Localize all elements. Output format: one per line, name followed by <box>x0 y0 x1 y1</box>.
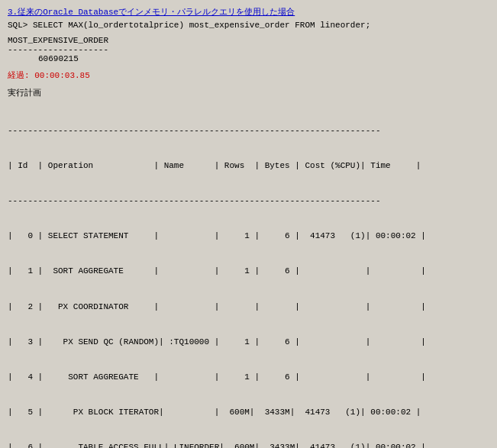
elapsed-value: 00:00:03.85 <box>34 71 90 80</box>
title-link[interactable]: 3.従来のOracle Databaseでインメモリ・パラレルクエリを使用した場… <box>8 8 295 17</box>
main-container: 3.従来のOracle Databaseでインメモリ・パラレルクエリを使用した場… <box>0 0 497 448</box>
plan-row-6: | 6 | TABLE ACCESS FULL| LINEORDER| 600M… <box>8 442 489 448</box>
result-column-name: MOST_EXPENSIVE_ORDER <box>8 36 489 45</box>
elapsed-section: 経過: 00:00:03.85 <box>8 69 489 81</box>
plan-row-divider: ----------------------------------------… <box>8 195 489 207</box>
plan-row-5: | 5 | PX BLOCK ITERATOR| | 600M| 3433M| … <box>8 407 489 418</box>
result-value: 60690215 <box>8 54 489 63</box>
page-title: 3.従来のOracle Databaseでインメモリ・パラレルクエリを使用した場… <box>8 6 489 18</box>
elapsed-label-text: 経過: <box>8 71 34 80</box>
plan-row-2: | 2 | PX COORDINATOR | | | | | | <box>8 301 489 313</box>
execution-plan-title: 実行計画 <box>8 87 489 98</box>
plan-column-header: | Id | Operation | Name | Rows | Bytes |… <box>8 160 489 172</box>
plan-table: ----------------------------------------… <box>8 102 489 448</box>
plan-row-3: | 3 | PX SEND QC (RANDOM)| :TQ10000 | 1 … <box>8 337 489 348</box>
result-divider: -------------------- <box>8 45 489 54</box>
plan-row-4: | 4 | SORT AGGREGATE | | 1 | 6 | | | <box>8 372 489 383</box>
sql-block: SQL> SELECT MAX(lo_ordertotalprice) most… <box>8 21 489 30</box>
plan-row-1: | 1 | SORT AGGREGATE | | 1 | 6 | | | <box>8 266 489 277</box>
plan-row-0: | 0 | SELECT STATEMENT | | 1 | 6 | 41473… <box>8 230 489 242</box>
plan-header-divider: ----------------------------------------… <box>8 125 489 137</box>
